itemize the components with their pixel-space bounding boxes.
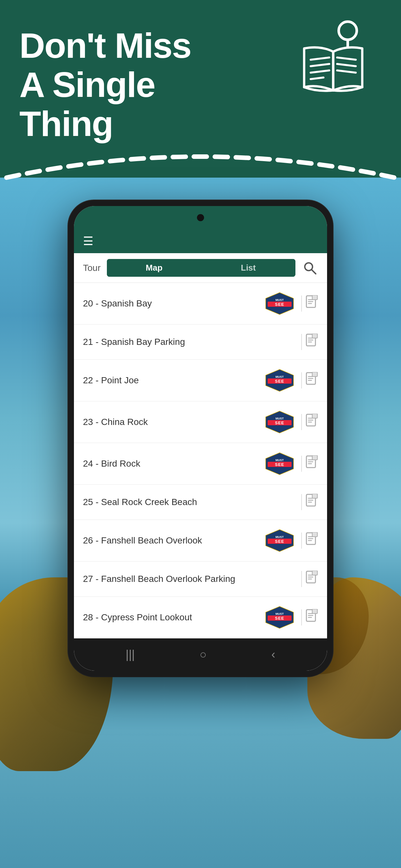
- document-icon[interactable]: [306, 334, 318, 350]
- map-tab[interactable]: Map: [107, 259, 201, 277]
- item-right-section: MUST SEE: [265, 410, 318, 434]
- item-right-section: MUST SEE: [265, 369, 318, 392]
- vertical-divider: [301, 334, 302, 350]
- document-icon[interactable]: [306, 532, 318, 549]
- must-see-badge: MUST SEE: [265, 452, 294, 475]
- tour-list: 20 - Spanish Bay MUST SEE 21 - Spanish B…: [74, 283, 327, 639]
- item-right-section: [297, 570, 318, 587]
- svg-text:SEE: SEE: [275, 616, 284, 621]
- svg-rect-39: [312, 494, 317, 498]
- app-header: ☰: [74, 229, 327, 253]
- list-item[interactable]: 22 - Point Joe MUST SEE: [74, 360, 327, 401]
- must-see-badge: MUST SEE: [265, 369, 294, 392]
- svg-text:MUST: MUST: [275, 299, 284, 302]
- vertical-divider: [301, 414, 302, 430]
- svg-line-6: [311, 78, 323, 79]
- tour-label: Tour: [83, 263, 100, 273]
- item-right-section: MUST SEE: [265, 452, 318, 475]
- svg-text:SEE: SEE: [275, 379, 284, 383]
- must-see-icon: MUST SEE: [265, 606, 294, 629]
- item-right-section: [297, 334, 318, 350]
- svg-rect-17: [312, 295, 317, 300]
- svg-text:SEE: SEE: [275, 539, 284, 544]
- document-icon[interactable]: [306, 609, 318, 626]
- vertical-divider: [301, 494, 302, 510]
- must-see-icon: MUST SEE: [265, 452, 294, 475]
- must-see-badge: MUST SEE: [265, 292, 294, 315]
- list-tab[interactable]: List: [201, 259, 296, 277]
- book-icon: [291, 16, 375, 106]
- svg-line-11: [312, 270, 316, 274]
- must-see-icon: MUST SEE: [265, 529, 294, 552]
- list-item[interactable]: 21 - Spanish Bay Parking: [74, 324, 327, 360]
- tour-nav-bar: Tour Map List: [74, 253, 327, 283]
- phone-notch: [74, 206, 327, 229]
- item-name: 23 - China Rock: [83, 417, 265, 427]
- svg-text:MUST: MUST: [275, 417, 284, 420]
- must-see-icon: MUST SEE: [265, 410, 294, 434]
- item-right-section: [297, 494, 318, 510]
- list-item[interactable]: 24 - Bird Rock MUST SEE: [74, 443, 327, 485]
- svg-text:SEE: SEE: [275, 421, 284, 425]
- item-name: 26 - Fanshell Beach Overlook: [83, 535, 265, 546]
- item-name: 25 - Seal Rock Creek Beach: [83, 497, 297, 507]
- item-name: 22 - Point Joe: [83, 375, 265, 385]
- must-see-icon: MUST SEE: [265, 292, 294, 315]
- item-right-section: MUST SEE: [265, 606, 318, 629]
- svg-rect-53: [312, 609, 317, 614]
- search-button[interactable]: [302, 260, 318, 276]
- svg-rect-47: [312, 570, 317, 575]
- phone-screen: ☰ Tour Map List 20 - Spanish Bay: [74, 206, 327, 671]
- svg-text:SEE: SEE: [275, 462, 284, 467]
- list-item[interactable]: 27 - Fanshell Beach Overlook Parking: [74, 562, 327, 597]
- item-name: 21 - Spanish Bay Parking: [83, 337, 297, 347]
- map-list-toggle: Map List: [107, 259, 296, 277]
- svg-point-0: [339, 22, 357, 40]
- hamburger-menu-icon[interactable]: ☰: [83, 235, 93, 248]
- nav-back[interactable]: ‹: [272, 648, 275, 661]
- svg-line-9: [337, 70, 356, 73]
- vertical-divider: [301, 532, 302, 549]
- list-item[interactable]: 26 - Fanshell Beach Overlook MUST SEE: [74, 520, 327, 562]
- item-name: 24 - Bird Rock: [83, 459, 265, 469]
- header-title: Don't Miss A Single Thing: [19, 26, 191, 143]
- document-icon[interactable]: [306, 295, 318, 312]
- list-item[interactable]: 28 - Cypress Point Lookout MUST SEE: [74, 597, 327, 639]
- item-name: 28 - Cypress Point Lookout: [83, 612, 265, 623]
- nav-recent-apps[interactable]: |||: [126, 648, 135, 661]
- svg-text:MUST: MUST: [275, 375, 284, 378]
- svg-rect-25: [312, 372, 317, 376]
- svg-text:SEE: SEE: [275, 302, 284, 307]
- svg-rect-37: [312, 455, 317, 460]
- document-icon[interactable]: [306, 372, 318, 389]
- item-name: 20 - Spanish Bay: [83, 299, 265, 309]
- vertical-divider: [301, 609, 302, 625]
- svg-text:MUST: MUST: [275, 612, 284, 616]
- document-icon[interactable]: [306, 570, 318, 587]
- vertical-divider: [301, 571, 302, 587]
- svg-text:MUST: MUST: [275, 535, 284, 538]
- must-see-icon: MUST SEE: [265, 369, 294, 392]
- dashed-arc: [0, 142, 401, 182]
- document-icon[interactable]: [306, 494, 318, 510]
- item-name: 27 - Fanshell Beach Overlook Parking: [83, 574, 297, 584]
- svg-text:MUST: MUST: [275, 459, 284, 462]
- svg-line-5: [311, 70, 329, 73]
- vertical-divider: [301, 456, 302, 472]
- document-icon[interactable]: [306, 455, 318, 472]
- svg-line-7: [337, 58, 356, 60]
- document-icon[interactable]: [306, 414, 318, 430]
- svg-rect-19: [312, 334, 317, 338]
- svg-line-8: [337, 64, 356, 66]
- must-see-badge: MUST SEE: [265, 410, 294, 434]
- list-item[interactable]: 25 - Seal Rock Creek Beach: [74, 485, 327, 520]
- item-right-section: MUST SEE: [265, 292, 318, 315]
- phone-bottom-bar: ||| ○ ‹: [74, 639, 327, 671]
- nav-home[interactable]: ○: [199, 648, 207, 661]
- vertical-divider: [301, 296, 302, 312]
- phone-wrapper: ☰ Tour Map List 20 - Spanish Bay: [68, 200, 333, 677]
- list-item[interactable]: 20 - Spanish Bay MUST SEE: [74, 283, 327, 324]
- list-item[interactable]: 23 - China Rock MUST SEE: [74, 401, 327, 443]
- svg-rect-45: [312, 532, 317, 537]
- header-section: Don't Miss A Single Thing: [19, 26, 191, 143]
